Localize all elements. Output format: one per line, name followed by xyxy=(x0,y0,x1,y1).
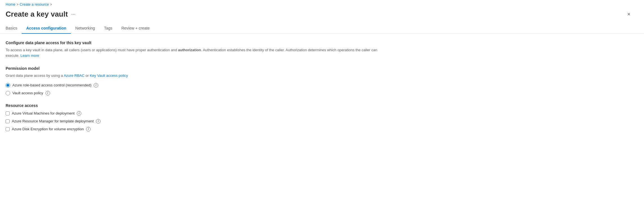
perm-desc-part2: or xyxy=(84,73,90,78)
breadcrumb-create-resource[interactable]: Create a resource xyxy=(20,2,49,6)
checkbox-arm-input[interactable] xyxy=(6,119,10,123)
resource-access-section: Resource access Azure Virtual Machines f… xyxy=(6,103,388,131)
disk-info-icon[interactable]: i xyxy=(86,127,91,131)
vault-policy-link[interactable]: Key Vault access policy xyxy=(90,73,128,78)
permission-model-desc: Grant data plane access by using a Azure… xyxy=(6,73,388,79)
checkbox-vm-label: Azure Virtual Machines for deployment xyxy=(12,111,75,115)
breadcrumb-sep-2: > xyxy=(50,3,52,6)
radio-rbac-input[interactable] xyxy=(6,83,10,88)
tab-access-configuration[interactable]: Access configuration xyxy=(22,23,71,34)
checkbox-vm-deployment[interactable]: Azure Virtual Machines for deployment i xyxy=(6,111,388,116)
vault-policy-info-icon[interactable]: i xyxy=(46,91,50,95)
checkbox-disk-label: Azure Disk Encryption for volume encrypt… xyxy=(12,127,84,131)
main-content: Configure data plane access for this key… xyxy=(0,34,394,138)
radio-rbac[interactable]: Azure role-based access control (recomme… xyxy=(6,83,388,88)
resource-access-heading: Resource access xyxy=(6,103,388,108)
permission-model-heading: Permission model xyxy=(6,66,388,71)
permission-radio-group: Azure role-based access control (recomme… xyxy=(6,83,388,95)
tab-tags[interactable]: Tags xyxy=(100,23,117,34)
breadcrumb-home[interactable]: Home xyxy=(6,2,15,6)
resource-access-checkboxes: Azure Virtual Machines for deployment i … xyxy=(6,111,388,131)
configure-heading: Configure data plane access for this key… xyxy=(6,41,388,45)
more-options-icon[interactable]: ··· xyxy=(71,11,75,17)
close-button[interactable]: × xyxy=(625,10,633,19)
vm-info-icon[interactable]: i xyxy=(77,111,81,116)
learn-more-link[interactable]: Learn more xyxy=(21,53,39,58)
desc-text-bold: authorization xyxy=(178,48,201,52)
permission-model-section: Permission model Grant data plane access… xyxy=(6,66,388,95)
radio-vault-policy-label: Vault access policy xyxy=(12,91,43,95)
radio-rbac-label: Azure role-based access control (recomme… xyxy=(12,83,91,87)
page-title: Create a key vault xyxy=(6,10,68,19)
rbac-info-icon[interactable]: i xyxy=(94,83,98,88)
tab-basics[interactable]: Basics xyxy=(6,23,22,34)
radio-vault-policy-input[interactable] xyxy=(6,91,10,95)
configure-description: To access a key vault in data plane, all… xyxy=(6,47,388,58)
desc-text-part1: To access a key vault in data plane, all… xyxy=(6,48,178,52)
tab-networking[interactable]: Networking xyxy=(71,23,100,34)
checkbox-arm-deployment[interactable]: Azure Resource Manager for template depl… xyxy=(6,119,388,124)
tabs-container: Basics Access configuration Networking T… xyxy=(0,23,644,34)
breadcrumb: Home > Create a resource > xyxy=(0,0,644,9)
checkbox-disk-encryption[interactable]: Azure Disk Encryption for volume encrypt… xyxy=(6,127,388,131)
arm-info-icon[interactable]: i xyxy=(96,119,100,124)
page-header: Create a key vault ··· × xyxy=(0,9,644,23)
configure-section: Configure data plane access for this key… xyxy=(6,41,388,58)
page-title-area: Create a key vault ··· xyxy=(6,10,75,19)
azure-rbac-link[interactable]: Azure RBAC xyxy=(64,73,85,78)
checkbox-arm-label: Azure Resource Manager for template depl… xyxy=(12,119,94,123)
checkbox-disk-input[interactable] xyxy=(6,127,10,131)
perm-desc-part1: Grant data plane access by using a xyxy=(6,73,64,78)
breadcrumb-sep-1: > xyxy=(17,3,19,6)
tab-review-create[interactable]: Review + create xyxy=(117,23,154,34)
radio-vault-policy[interactable]: Vault access policy i xyxy=(6,91,388,95)
checkbox-vm-input[interactable] xyxy=(6,111,10,115)
